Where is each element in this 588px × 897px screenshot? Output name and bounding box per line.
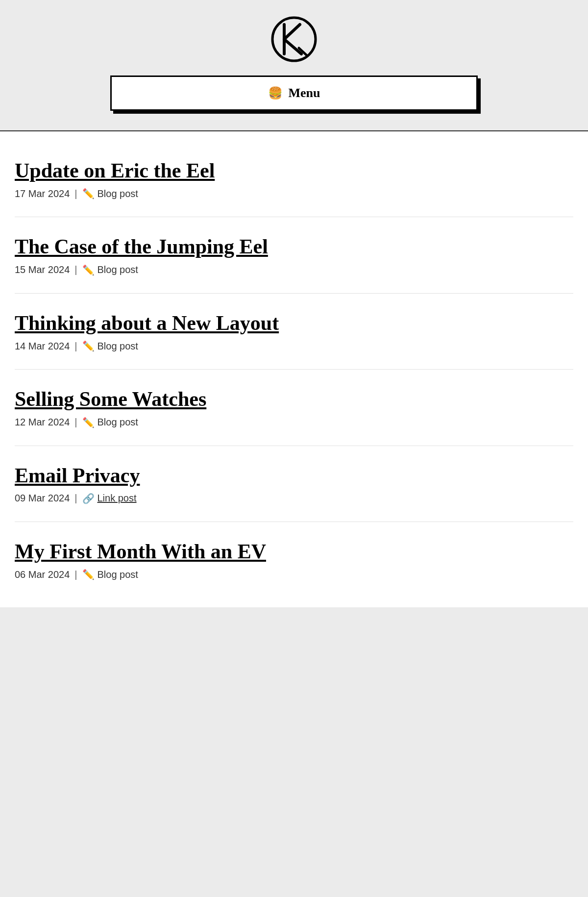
meta-separator: | [74, 264, 77, 275]
post-type: ✏️ Blog post [82, 340, 138, 352]
post-item: My First Month With an EV 06 Mar 2024 | … [15, 522, 573, 598]
meta-separator: | [74, 341, 77, 352]
post-title[interactable]: My First Month With an EV [15, 539, 573, 564]
post-type: ✏️ Blog post [82, 264, 138, 276]
post-meta: 17 Mar 2024 | ✏️ Blog post [15, 188, 573, 199]
post-title[interactable]: Email Privacy [15, 463, 573, 488]
svg-line-3 [284, 39, 301, 54]
menu-label: Menu [289, 86, 320, 100]
meta-separator: | [74, 188, 77, 199]
post-meta: 06 Mar 2024 | ✏️ Blog post [15, 569, 573, 580]
post-date: 12 Mar 2024 [15, 417, 70, 428]
post-title[interactable]: Selling Some Watches [15, 387, 573, 411]
post-type: ✏️ Blog post [82, 188, 138, 199]
post-meta: 12 Mar 2024 | ✏️ Blog post [15, 417, 573, 428]
blog-post-icon: ✏️ [82, 569, 95, 580]
svg-point-0 [272, 18, 316, 61]
post-type-label: Blog post [98, 341, 138, 352]
post-title[interactable]: Thinking about a New Layout [15, 311, 573, 335]
post-type: 🔗 Link post [82, 493, 137, 504]
post-date: 15 Mar 2024 [15, 264, 70, 275]
post-type-label: Blog post [98, 264, 138, 275]
link-post-icon: 🔗 [82, 493, 95, 504]
post-type: ✏️ Blog post [82, 569, 138, 580]
post-item: Selling Some Watches 12 Mar 2024 | ✏️ Bl… [15, 370, 573, 446]
blog-post-icon: ✏️ [82, 340, 95, 352]
post-meta: 15 Mar 2024 | ✏️ Blog post [15, 264, 573, 276]
post-meta: 14 Mar 2024 | ✏️ Blog post [15, 340, 573, 352]
meta-separator: | [74, 417, 77, 428]
post-item: The Case of the Jumping Eel 15 Mar 2024 … [15, 217, 573, 293]
site-header: 🍔 Menu [0, 0, 588, 121]
post-date: 14 Mar 2024 [15, 341, 70, 352]
menu-button[interactable]: 🍔 Menu [110, 75, 478, 111]
svg-line-2 [284, 25, 300, 39]
post-type-label: Blog post [98, 188, 138, 199]
blog-post-icon: ✏️ [82, 188, 95, 199]
logo-container [270, 15, 318, 66]
site-logo [270, 15, 318, 64]
post-item: Update on Eric the Eel 17 Mar 2024 | ✏️ … [15, 141, 573, 217]
post-title[interactable]: The Case of the Jumping Eel [15, 234, 573, 259]
post-meta: 09 Mar 2024 | 🔗 Link post [15, 493, 573, 504]
post-type-label[interactable]: Link post [98, 493, 137, 504]
post-type-label: Blog post [98, 569, 138, 580]
meta-separator: | [74, 569, 77, 580]
post-item: Thinking about a New Layout 14 Mar 2024 … [15, 294, 573, 370]
meta-separator: | [74, 493, 77, 504]
blog-post-icon: ✏️ [82, 264, 95, 276]
blog-post-icon: ✏️ [82, 417, 95, 428]
post-type-label: Blog post [98, 417, 138, 428]
post-date: 17 Mar 2024 [15, 188, 70, 199]
post-type: ✏️ Blog post [82, 417, 138, 428]
post-date: 09 Mar 2024 [15, 493, 70, 504]
post-title[interactable]: Update on Eric the Eel [15, 158, 573, 183]
posts-list: Update on Eric the Eel 17 Mar 2024 | ✏️ … [0, 131, 588, 607]
post-item: Email Privacy 09 Mar 2024 | 🔗 Link post [15, 446, 573, 522]
post-date: 06 Mar 2024 [15, 569, 70, 580]
hamburger-icon: 🍔 [268, 86, 283, 100]
